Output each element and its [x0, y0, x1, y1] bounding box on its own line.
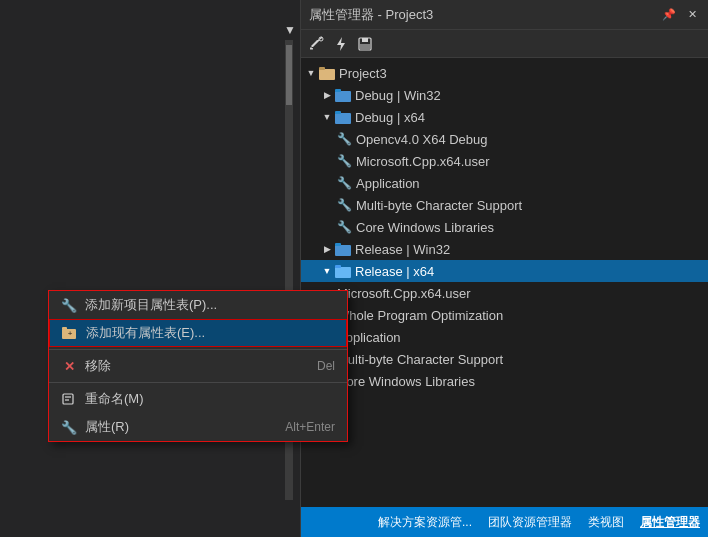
tree-item-debug-win32[interactable]: ▶ Debug | Win32 [301, 84, 708, 106]
wrench-microsoft-debug-icon: 🔧 [337, 154, 352, 168]
tree-item-multibyte-release[interactable]: Multi-byte Character Support [301, 348, 708, 370]
tree-item-microsoft-debug[interactable]: 🔧 Microsoft.Cpp.x64.user [301, 150, 708, 172]
panel-title: 属性管理器 - Project3 [309, 6, 433, 24]
svg-rect-12 [335, 111, 341, 114]
folder-x64-icon [335, 110, 351, 124]
title-controls: 📌 ✕ [659, 7, 700, 22]
folder-win32-icon [335, 88, 351, 102]
svg-rect-15 [335, 267, 351, 278]
ctx-add-existing-label: 添加现有属性表(E)... [86, 324, 334, 342]
solution-explorer-tab[interactable]: 解决方案资源管... [378, 514, 472, 531]
ctx-properties-label: 属性(R) [85, 418, 277, 436]
svg-marker-2 [337, 37, 345, 51]
project-label: Project3 [339, 66, 387, 81]
wrench-multibyte-debug-icon: 🔧 [337, 198, 352, 212]
save-button[interactable] [355, 34, 375, 54]
tree-item-application-release[interactable]: Application [301, 326, 708, 348]
debug-x64-label: Debug | x64 [355, 110, 425, 125]
tree-item-microsoft-release[interactable]: Microsoft.Cpp.x64.user [301, 282, 708, 304]
ctx-add-new-icon: 🔧 [61, 297, 77, 313]
pin-button[interactable]: 📌 [659, 7, 679, 22]
ctx-separator-1 [49, 349, 347, 350]
prop-manager-tab[interactable]: 属性管理器 [640, 514, 700, 531]
svg-rect-4 [362, 38, 368, 42]
class-view-tab[interactable]: 类视图 [588, 514, 624, 531]
ctx-rename-icon [61, 391, 77, 407]
svg-rect-9 [335, 91, 351, 102]
svg-rect-8 [319, 67, 325, 70]
application-debug-label: Application [356, 176, 420, 191]
lightning-button[interactable] [331, 34, 351, 54]
tree-item-opencv[interactable]: 🔧 Opencv4.0 X64 Debug [301, 128, 708, 150]
tree-item-corewin-release[interactable]: Core Windows Libraries [301, 370, 708, 392]
tree-item-release-x64[interactable]: ▼ Release | x64 [301, 260, 708, 282]
tree-item-multibyte-debug[interactable]: 🔧 Multi-byte Character Support [301, 194, 708, 216]
context-menu: 🔧 添加新项目属性表(P)... + 添加现有属性表(E)... ✕ 移除 De… [48, 290, 348, 442]
properties-manager-panel: 属性管理器 - Project3 📌 ✕ [300, 0, 708, 537]
tree-item-release-win32[interactable]: ▶ Release | Win32 [301, 238, 708, 260]
ctx-rename-label: 重命名(M) [85, 390, 335, 408]
tree-item-debug-x64[interactable]: ▼ Debug | x64 [301, 106, 708, 128]
svg-rect-16 [335, 265, 341, 268]
svg-rect-18 [62, 327, 67, 330]
dropdown-arrow[interactable]: ▼ [280, 20, 300, 40]
ctx-properties[interactable]: 🔧 属性(R) Alt+Enter [49, 413, 347, 441]
svg-rect-13 [335, 245, 351, 256]
tree-item-project3[interactable]: ▼ Project3 [301, 62, 708, 84]
svg-text:+: + [68, 329, 73, 338]
status-bar: 解决方案资源管... 团队资源管理器 类视图 属性管理器 [301, 507, 708, 537]
ctx-remove-label: 移除 [85, 357, 309, 375]
microsoft-release-label: Microsoft.Cpp.x64.user [337, 286, 471, 301]
corewin-debug-label: Core Windows Libraries [356, 220, 494, 235]
lightning-icon [333, 36, 349, 52]
toolbar [301, 30, 708, 58]
ctx-remove-icon: ✕ [61, 358, 77, 374]
svg-rect-10 [335, 89, 341, 92]
svg-rect-20 [63, 394, 73, 404]
ctx-add-existing[interactable]: + 添加现有属性表(E)... [49, 319, 347, 347]
ctx-add-new[interactable]: 🔧 添加新项目属性表(P)... [49, 291, 347, 319]
ctx-rename[interactable]: 重命名(M) [49, 385, 347, 413]
expand-release-x64: ▼ [321, 265, 333, 277]
multibyte-release-label: Multi-byte Character Support [337, 352, 503, 367]
ctx-remove-shortcut: Del [317, 359, 335, 373]
folder-release-x64-icon [335, 264, 351, 278]
tree-item-whole-prog[interactable]: Whole Program Optimization [301, 304, 708, 326]
left-editor-panel: ▼ [0, 0, 300, 537]
tree-item-corewin-debug[interactable]: 🔧 Core Windows Libraries [301, 216, 708, 238]
debug-win32-label: Debug | Win32 [355, 88, 441, 103]
folder-release-win32-icon [335, 242, 351, 256]
ctx-add-existing-icon: + [62, 325, 78, 341]
ctx-separator-2 [49, 382, 347, 383]
save-icon [357, 36, 373, 52]
title-bar: 属性管理器 - Project3 📌 ✕ [301, 0, 708, 30]
expand-debug-x64: ▼ [321, 111, 333, 123]
svg-rect-5 [360, 44, 370, 49]
multibyte-debug-label: Multi-byte Character Support [356, 198, 522, 213]
wrench-opencv-icon: 🔧 [337, 132, 352, 146]
team-explorer-tab[interactable]: 团队资源管理器 [488, 514, 572, 531]
tree-item-application-debug[interactable]: 🔧 Application [301, 172, 708, 194]
microsoft-debug-label: Microsoft.Cpp.x64.user [356, 154, 490, 169]
ctx-remove[interactable]: ✕ 移除 Del [49, 352, 347, 380]
scrollbar-thumb [286, 45, 292, 105]
svg-rect-14 [335, 243, 341, 246]
ctx-add-new-label: 添加新项目属性表(P)... [85, 296, 335, 314]
expand-release-win32: ▶ [321, 243, 333, 255]
wrench-icon [309, 36, 325, 52]
wrench-corewin-debug-icon: 🔧 [337, 220, 352, 234]
tree-content: ▼ Project3 ▶ Debug | Win32 ▼ Debu [301, 58, 708, 507]
expand-debug-win32: ▶ [321, 89, 333, 101]
whole-prog-label: Whole Program Optimization [337, 308, 503, 323]
ctx-properties-shortcut: Alt+Enter [285, 420, 335, 434]
expand-project3: ▼ [305, 67, 317, 79]
wrench-button[interactable] [307, 34, 327, 54]
opencv-label: Opencv4.0 X64 Debug [356, 132, 488, 147]
corewin-release-label: Core Windows Libraries [337, 374, 475, 389]
ctx-properties-icon: 🔧 [61, 419, 77, 435]
close-button[interactable]: ✕ [685, 7, 700, 22]
svg-rect-1 [310, 48, 313, 50]
release-x64-label: Release | x64 [355, 264, 434, 279]
release-win32-label: Release | Win32 [355, 242, 450, 257]
wrench-app-debug-icon: 🔧 [337, 176, 352, 190]
